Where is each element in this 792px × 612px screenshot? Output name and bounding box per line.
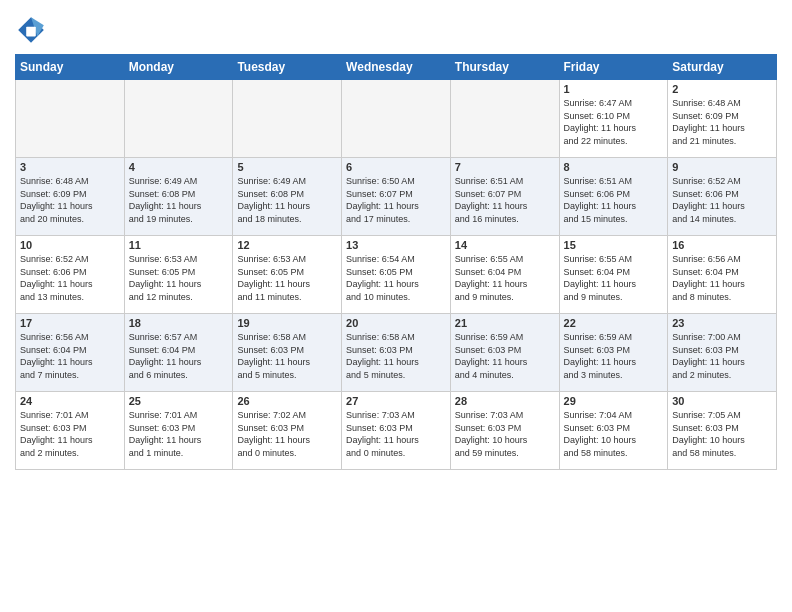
day-info: Sunrise: 6:51 AMSunset: 6:07 PMDaylight:… [455,175,555,225]
calendar-header-tuesday: Tuesday [233,55,342,80]
calendar-cell: 28Sunrise: 7:03 AMSunset: 6:03 PMDayligh… [450,392,559,470]
calendar-cell: 17Sunrise: 6:56 AMSunset: 6:04 PMDayligh… [16,314,125,392]
day-number: 29 [564,395,664,407]
day-number: 21 [455,317,555,329]
day-number: 7 [455,161,555,173]
day-info: Sunrise: 7:03 AMSunset: 6:03 PMDaylight:… [346,409,446,459]
calendar-cell: 20Sunrise: 6:58 AMSunset: 6:03 PMDayligh… [342,314,451,392]
calendar-cell: 9Sunrise: 6:52 AMSunset: 6:06 PMDaylight… [668,158,777,236]
day-info: Sunrise: 6:53 AMSunset: 6:05 PMDaylight:… [237,253,337,303]
day-number: 26 [237,395,337,407]
day-number: 8 [564,161,664,173]
calendar-header-monday: Monday [124,55,233,80]
day-info: Sunrise: 7:00 AMSunset: 6:03 PMDaylight:… [672,331,772,381]
day-info: Sunrise: 6:57 AMSunset: 6:04 PMDaylight:… [129,331,229,381]
day-number: 22 [564,317,664,329]
calendar-cell: 21Sunrise: 6:59 AMSunset: 6:03 PMDayligh… [450,314,559,392]
day-info: Sunrise: 6:59 AMSunset: 6:03 PMDaylight:… [455,331,555,381]
calendar-cell: 29Sunrise: 7:04 AMSunset: 6:03 PMDayligh… [559,392,668,470]
day-number: 30 [672,395,772,407]
day-number: 1 [564,83,664,95]
day-number: 10 [20,239,120,251]
day-number: 2 [672,83,772,95]
calendar-week-row: 17Sunrise: 6:56 AMSunset: 6:04 PMDayligh… [16,314,777,392]
day-info: Sunrise: 6:48 AMSunset: 6:09 PMDaylight:… [20,175,120,225]
calendar-cell: 2Sunrise: 6:48 AMSunset: 6:09 PMDaylight… [668,80,777,158]
day-info: Sunrise: 6:56 AMSunset: 6:04 PMDaylight:… [20,331,120,381]
calendar-week-row: 3Sunrise: 6:48 AMSunset: 6:09 PMDaylight… [16,158,777,236]
calendar-week-row: 24Sunrise: 7:01 AMSunset: 6:03 PMDayligh… [16,392,777,470]
day-info: Sunrise: 6:50 AMSunset: 6:07 PMDaylight:… [346,175,446,225]
calendar-header-sunday: Sunday [16,55,125,80]
day-info: Sunrise: 7:03 AMSunset: 6:03 PMDaylight:… [455,409,555,459]
day-number: 27 [346,395,446,407]
calendar-cell: 18Sunrise: 6:57 AMSunset: 6:04 PMDayligh… [124,314,233,392]
day-number: 24 [20,395,120,407]
calendar-header-wednesday: Wednesday [342,55,451,80]
calendar-cell: 13Sunrise: 6:54 AMSunset: 6:05 PMDayligh… [342,236,451,314]
calendar-cell: 8Sunrise: 6:51 AMSunset: 6:06 PMDaylight… [559,158,668,236]
calendar-week-row: 1Sunrise: 6:47 AMSunset: 6:10 PMDaylight… [16,80,777,158]
calendar-week-row: 10Sunrise: 6:52 AMSunset: 6:06 PMDayligh… [16,236,777,314]
calendar-cell: 30Sunrise: 7:05 AMSunset: 6:03 PMDayligh… [668,392,777,470]
day-number: 14 [455,239,555,251]
day-info: Sunrise: 6:51 AMSunset: 6:06 PMDaylight:… [564,175,664,225]
calendar-cell: 12Sunrise: 6:53 AMSunset: 6:05 PMDayligh… [233,236,342,314]
day-number: 16 [672,239,772,251]
day-info: Sunrise: 7:04 AMSunset: 6:03 PMDaylight:… [564,409,664,459]
day-number: 17 [20,317,120,329]
calendar-cell: 7Sunrise: 6:51 AMSunset: 6:07 PMDaylight… [450,158,559,236]
calendar-cell: 22Sunrise: 6:59 AMSunset: 6:03 PMDayligh… [559,314,668,392]
calendar-cell: 1Sunrise: 6:47 AMSunset: 6:10 PMDaylight… [559,80,668,158]
day-number: 13 [346,239,446,251]
calendar-cell: 16Sunrise: 6:56 AMSunset: 6:04 PMDayligh… [668,236,777,314]
calendar-cell [233,80,342,158]
day-info: Sunrise: 6:53 AMSunset: 6:05 PMDaylight:… [129,253,229,303]
day-number: 23 [672,317,772,329]
calendar-cell: 19Sunrise: 6:58 AMSunset: 6:03 PMDayligh… [233,314,342,392]
day-number: 9 [672,161,772,173]
calendar-table: SundayMondayTuesdayWednesdayThursdayFrid… [15,54,777,470]
day-info: Sunrise: 6:55 AMSunset: 6:04 PMDaylight:… [564,253,664,303]
day-number: 3 [20,161,120,173]
day-info: Sunrise: 7:01 AMSunset: 6:03 PMDaylight:… [20,409,120,459]
day-number: 19 [237,317,337,329]
calendar-cell: 26Sunrise: 7:02 AMSunset: 6:03 PMDayligh… [233,392,342,470]
calendar-cell: 27Sunrise: 7:03 AMSunset: 6:03 PMDayligh… [342,392,451,470]
calendar-cell: 23Sunrise: 7:00 AMSunset: 6:03 PMDayligh… [668,314,777,392]
day-info: Sunrise: 7:05 AMSunset: 6:03 PMDaylight:… [672,409,772,459]
calendar-cell: 24Sunrise: 7:01 AMSunset: 6:03 PMDayligh… [16,392,125,470]
day-info: Sunrise: 6:59 AMSunset: 6:03 PMDaylight:… [564,331,664,381]
day-info: Sunrise: 6:49 AMSunset: 6:08 PMDaylight:… [237,175,337,225]
page: SundayMondayTuesdayWednesdayThursdayFrid… [0,0,792,612]
calendar-header-saturday: Saturday [668,55,777,80]
header [15,10,777,46]
calendar-cell [342,80,451,158]
calendar-cell: 5Sunrise: 6:49 AMSunset: 6:08 PMDaylight… [233,158,342,236]
calendar-header-thursday: Thursday [450,55,559,80]
day-number: 11 [129,239,229,251]
calendar-header-friday: Friday [559,55,668,80]
day-number: 20 [346,317,446,329]
logo [15,14,51,46]
calendar-cell [16,80,125,158]
day-number: 18 [129,317,229,329]
calendar-cell: 14Sunrise: 6:55 AMSunset: 6:04 PMDayligh… [450,236,559,314]
calendar-cell: 25Sunrise: 7:01 AMSunset: 6:03 PMDayligh… [124,392,233,470]
day-number: 28 [455,395,555,407]
day-info: Sunrise: 7:01 AMSunset: 6:03 PMDaylight:… [129,409,229,459]
day-info: Sunrise: 6:54 AMSunset: 6:05 PMDaylight:… [346,253,446,303]
calendar-header-row: SundayMondayTuesdayWednesdayThursdayFrid… [16,55,777,80]
calendar-cell: 10Sunrise: 6:52 AMSunset: 6:06 PMDayligh… [16,236,125,314]
calendar-cell: 3Sunrise: 6:48 AMSunset: 6:09 PMDaylight… [16,158,125,236]
day-number: 15 [564,239,664,251]
calendar-cell [450,80,559,158]
day-number: 6 [346,161,446,173]
day-info: Sunrise: 6:52 AMSunset: 6:06 PMDaylight:… [20,253,120,303]
day-info: Sunrise: 6:52 AMSunset: 6:06 PMDaylight:… [672,175,772,225]
calendar-cell [124,80,233,158]
day-number: 5 [237,161,337,173]
day-info: Sunrise: 6:55 AMSunset: 6:04 PMDaylight:… [455,253,555,303]
calendar-cell: 11Sunrise: 6:53 AMSunset: 6:05 PMDayligh… [124,236,233,314]
day-number: 12 [237,239,337,251]
